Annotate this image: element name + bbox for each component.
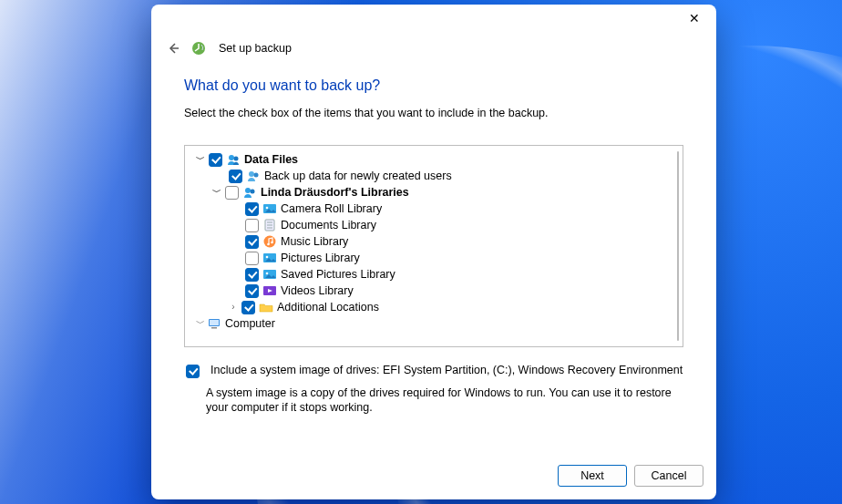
- tree-label: Saved Pictures Library: [281, 266, 395, 283]
- users-icon: [226, 152, 241, 167]
- svg-point-19: [266, 273, 269, 275]
- tree-label: Data Files: [244, 151, 298, 168]
- picture-library-icon: [262, 267, 277, 282]
- tree-label: Back up data for newly created users: [264, 168, 452, 184]
- svg-point-15: [271, 242, 273, 244]
- tree-node-music[interactable]: Music Library: [189, 233, 679, 250]
- svg-point-6: [251, 190, 255, 194]
- svg-point-4: [254, 173, 259, 178]
- tree-label: Camera Roll Library: [281, 201, 382, 217]
- tree-label: Linda Dräusdorf's Libraries: [261, 184, 409, 201]
- picture-library-icon: [262, 251, 277, 265]
- chevron-down-icon[interactable]: ﹀: [194, 315, 207, 332]
- svg-point-2: [234, 157, 239, 161]
- tree-node-pictures[interactable]: Pictures Library: [189, 250, 679, 266]
- system-image-description: A system image is a copy of the drives r…: [206, 386, 680, 415]
- svg-point-13: [264, 236, 276, 248]
- tree-node-data-files[interactable]: ﹀ Data Files: [189, 151, 679, 168]
- tree-label: Pictures Library: [281, 250, 360, 266]
- page-heading: What do you want to back up?: [184, 77, 683, 94]
- svg-point-17: [266, 256, 269, 259]
- backup-wizard-window: ✕ Set up backup What do you want to back…: [151, 5, 716, 499]
- video-library-icon: [262, 283, 277, 298]
- checkbox-saved-pictures[interactable]: [245, 268, 259, 282]
- backup-wizard-icon: [191, 41, 206, 56]
- tree-node-computer[interactable]: ﹀ Computer: [189, 315, 679, 332]
- tree-node-documents[interactable]: Documents Library: [189, 217, 679, 233]
- checkbox-new-users[interactable]: [229, 170, 242, 183]
- svg-point-1: [229, 155, 234, 160]
- wizard-header: Set up backup: [151, 36, 716, 63]
- cancel-button[interactable]: Cancel: [634, 465, 703, 487]
- chevron-down-icon[interactable]: ﹀: [210, 184, 223, 201]
- backup-items-tree[interactable]: ﹀ Data Files Back up data for newly crea…: [184, 145, 683, 347]
- document-library-icon: [262, 218, 277, 232]
- page-instruction: Select the check box of the items that y…: [184, 107, 683, 119]
- users-icon: [246, 169, 261, 183]
- checkbox-documents[interactable]: [245, 219, 259, 232]
- checkbox-user-libraries[interactable]: [225, 186, 239, 200]
- svg-point-8: [266, 207, 269, 210]
- tree-node-additional-locations[interactable]: › Additional Locations: [189, 299, 679, 315]
- music-library-icon: [262, 234, 277, 249]
- chevron-down-icon[interactable]: ﹀: [194, 151, 207, 168]
- tree-label: Music Library: [281, 233, 348, 250]
- checkbox-additional-locations[interactable]: [241, 301, 255, 314]
- svg-point-3: [249, 171, 254, 177]
- svg-rect-24: [211, 327, 217, 329]
- tree-label: Documents Library: [281, 217, 376, 233]
- tree-label: Additional Locations: [277, 299, 379, 315]
- system-image-option: Include a system image of drives: EFI Sy…: [184, 364, 683, 378]
- svg-point-5: [245, 188, 251, 193]
- picture-library-icon: [262, 201, 277, 216]
- checkbox-pictures[interactable]: [245, 252, 259, 265]
- svg-point-14: [267, 243, 270, 246]
- tree-node-user-libraries[interactable]: ﹀ Linda Dräusdorf's Libraries: [189, 184, 679, 201]
- tree-node-videos[interactable]: Videos Library: [189, 283, 679, 299]
- close-button[interactable]: ✕: [680, 8, 709, 28]
- tree-scrollbar[interactable]: [677, 151, 680, 341]
- tree-label: Videos Library: [281, 283, 354, 299]
- titlebar: ✕: [151, 5, 716, 36]
- checkbox-videos[interactable]: [245, 284, 259, 298]
- checkbox-music[interactable]: [245, 235, 259, 249]
- wizard-button-bar: Next Cancel: [151, 456, 716, 499]
- checkbox-data-files[interactable]: [209, 153, 222, 167]
- back-button[interactable]: [160, 39, 182, 57]
- wizard-title: Set up backup: [219, 42, 292, 55]
- chevron-right-icon[interactable]: ›: [227, 299, 240, 315]
- checkbox-camera-roll[interactable]: [245, 202, 259, 216]
- tree-node-camera-roll[interactable]: Camera Roll Library: [189, 201, 679, 217]
- svg-rect-23: [210, 320, 219, 325]
- checkbox-system-image[interactable]: [186, 365, 200, 378]
- computer-icon: [207, 316, 221, 331]
- system-image-label[interactable]: Include a system image of drives: EFI Sy…: [210, 364, 683, 376]
- next-button[interactable]: Next: [558, 465, 627, 487]
- tree-label: Computer: [225, 315, 275, 332]
- desktop-background: ✕ Set up backup What do you want to back…: [0, 0, 842, 504]
- wizard-content: What do you want to back up? Select the …: [151, 63, 716, 456]
- tree-node-new-users[interactable]: Back up data for newly created users: [189, 168, 679, 184]
- users-icon: [242, 185, 257, 200]
- folder-icon: [259, 300, 273, 314]
- close-icon: ✕: [689, 12, 700, 25]
- tree-node-saved-pictures[interactable]: Saved Pictures Library: [189, 266, 679, 283]
